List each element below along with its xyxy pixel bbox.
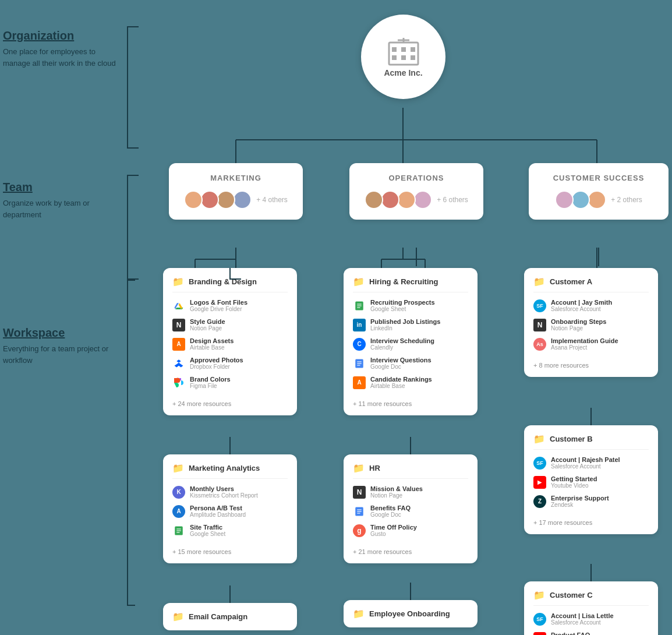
workspace-branding[interactable]: 📁 Branding & Design Logos & Font Files G… [163,268,297,415]
amplitude-icon: A [172,505,185,518]
op-avatar-4 [413,190,432,209]
res-account-lisa: SF Account | Lisa Lettle Salesforce Acco… [533,609,649,629]
mkt-analytics-title: Marketing Analytics [189,464,260,472]
customer-a-more: + 8 more resources [533,358,649,369]
cs-others: + 2 others [611,196,642,204]
folder-icon-cb: 📁 [533,433,545,444]
org-bracket [127,26,139,149]
avatar-3 [217,190,235,209]
avatar-1 [184,190,203,209]
workspace-mkt-analytics[interactable]: 📁 Marketing Analytics K Monthly Users Ki… [163,454,297,563]
folder-icon-eo: 📁 [353,608,365,619]
hiring-header: 📁 Hiring & Recruiting [353,276,468,292]
customer-b-title: Customer B [550,435,593,443]
zendesk-icon: Z [533,495,546,508]
customer-a-title: Customer A [550,277,592,286]
res-site-traffic: Site Traffic Google Sheet [172,521,288,540]
folder-icon-ca: 📁 [533,276,545,287]
res-mission-values: N Mission & Values Notion Page [353,482,468,502]
team-bracket [127,175,139,280]
mkt-analytics-more: + 15 more resources [172,545,288,555]
kissmetrics-icon: K [172,486,185,499]
branding-more: + 24 more resources [172,397,288,407]
res-logos: Logos & Font Files Google Drive Folder [172,296,288,315]
avatar-4 [233,190,252,209]
folder-icon-branding: 📁 [172,276,184,287]
res-candidate-rankings: A Candidate Rankings Airtable Base [353,373,468,392]
notion-icon: N [172,319,185,331]
marketing-others: + 4 others [256,196,288,204]
email-campaign-header: 📁 Email Campaign [172,611,288,622]
conn-mkt-down [235,248,236,266]
marketing-title: MARKETING [179,174,292,182]
customer-c-title: Customer C [550,591,593,599]
workspace-bracket [127,280,135,606]
team-card-customer-success[interactable]: CUSTOMER SUCCESS + 2 others [529,163,669,220]
org-title: Organization [3,29,119,43]
team-card-marketing[interactable]: MARKETING + 4 others [169,163,303,220]
res-enterprise-support: Z Enterprise Support Zendesk [533,492,649,511]
eo-header: 📁 Employee Onboarding [353,608,468,619]
res-product-faq: ▶ Product FAQ Youtube Video [533,629,649,635]
res-persona-ab: A Persona A/B Test Amplitude Dashboard [172,502,288,521]
root-node: Acme Inc. [361,15,445,99]
workspace-customer-a[interactable]: 📁 Customer A SF Account | Jay Smith Sale… [524,268,658,377]
res-monthly-users: K Monthly Users Kissmetrics Cohort Repor… [172,482,288,502]
svg-rect-19 [392,55,397,60]
cs-avatar-1 [555,190,574,209]
gdoc-icon-bf [353,505,366,518]
res-approved-photos: Approved Photos Dropbox Folder [172,354,288,373]
root-label: Acme Inc. [384,68,422,77]
notion-icon-os: N [533,319,546,331]
conn-cs-ab [590,408,592,425]
logos-text: Logos & Font Files Google Drive Folder [190,299,247,312]
cs-avatar-3 [588,190,606,209]
workspace-customer-b[interactable]: 📁 Customer B SF Account | Rajesh Patel S… [524,425,658,534]
workspace-email-campaign[interactable]: 📁 Email Campaign [163,603,297,630]
conn-mkt-email [229,585,231,603]
org-desc: One place for employees to manage all th… [3,46,119,69]
folder-icon-mkt-analytics: 📁 [172,463,184,474]
res-getting-started: ▶ Getting Started Youtube Video [533,472,649,492]
folder-icon-hiring: 📁 [353,276,365,287]
customer-b-header: 📁 Customer B [533,433,649,450]
svg-rect-18 [411,47,415,52]
asana-icon: As [533,338,546,351]
res-brand-colors: Brand Colors Figma File [172,373,288,392]
workspace-hr[interactable]: 📁 HR N Mission & Values Notion Page Bene… [344,454,478,563]
customer-b-more: + 17 more resources [533,516,649,526]
workspace-title: Workspace [3,326,119,340]
salesforce-icon-jay: SF [533,299,546,312]
youtube-icon-gs: ▶ [533,476,546,489]
workspace-employee-onboarding[interactable]: 📁 Employee Onboarding [344,600,478,627]
team-card-operations[interactable]: OPERATIONS + 6 others [349,163,483,220]
page-root: Organization One place for employees to … [0,0,672,635]
airtable-icon: A [172,338,185,351]
team-desc: Organize work by team or department [3,197,119,220]
conn-cs-down [598,248,599,266]
email-campaign-title: Email Campaign [189,612,247,621]
dropbox-icon [172,357,185,370]
workspace-annotation: Workspace Everything for a team project … [3,326,119,366]
airtable-icon-cr: A [353,376,366,389]
hiring-title: Hiring & Recruiting [369,277,438,286]
workspace-desc: Everything for a team project or workflo… [3,343,119,366]
workspace-customer-c[interactable]: 📁 Customer C SF Account | Lisa Lettle Sa… [524,581,658,635]
figma-icon [172,376,185,389]
gusto-icon: g [353,524,366,537]
cs-avatars: + 2 others [539,190,658,209]
operations-avatars: + 6 others [360,190,473,209]
cs-title: CUSTOMER SUCCESS [539,174,658,182]
res-interview-questions: Interview Questions Google Doc [353,354,468,373]
res-account-jay: SF Account | Jay Smith Salesforce Accoun… [533,296,649,315]
mkt-analytics-header: 📁 Marketing Analytics [172,463,288,479]
building-icon [386,37,421,66]
branding-title: Branding & Design [189,277,257,286]
conn-mkt-va [229,437,231,454]
cs-avatar-2 [571,190,590,209]
conn-ops-eo [410,583,411,600]
gdrive-icon [172,299,185,312]
workspace-hiring[interactable]: 📁 Hiring & Recruiting Recruiting Prospec… [344,268,478,415]
svg-rect-20 [401,55,406,60]
hr-more: + 21 more resources [353,545,468,555]
